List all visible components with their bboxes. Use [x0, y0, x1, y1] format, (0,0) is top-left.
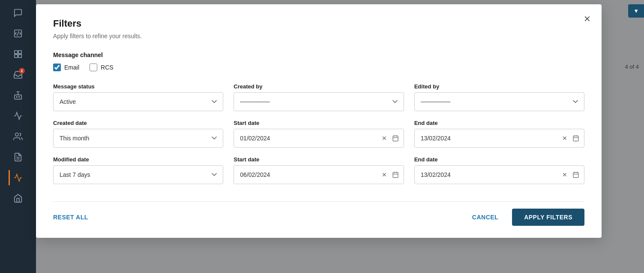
modified-start-date-icons: ✕ [381, 170, 400, 179]
message-status-select[interactable]: Active Inactive Draft Archived [53, 92, 223, 111]
sidebar: 2 [0, 0, 36, 273]
created-end-date-group: End date 13/02/2024 ✕ [414, 120, 584, 148]
created-start-date-input[interactable]: 01/02/2024 [234, 129, 404, 148]
code-icon[interactable] [9, 24, 27, 43]
dropdown-button[interactable]: ▼ [628, 4, 644, 18]
svg-rect-2 [18, 51, 21, 54]
modified-end-date-calendar[interactable] [572, 170, 580, 179]
message-status-label: Message status [53, 83, 223, 90]
edited-by-label: Edited by [414, 83, 584, 90]
list-icon[interactable] [9, 148, 27, 167]
footer-right: CANCEL APPLY FILTERS [464, 209, 584, 226]
modified-end-date-group: End date 13/02/2024 ✕ [414, 156, 584, 184]
email-checkbox[interactable] [53, 64, 61, 71]
svg-rect-23 [573, 173, 578, 178]
message-status-group: Message status Active Inactive Draft Arc… [53, 83, 223, 111]
bot-icon[interactable] [9, 86, 27, 105]
rcs-checkbox[interactable] [90, 64, 97, 71]
cancel-button[interactable]: CANCEL [464, 209, 507, 225]
modified-start-date-label: Start date [234, 156, 404, 163]
svg-rect-15 [573, 136, 578, 141]
modal-footer: RESET ALL CANCEL APPLY FILTERS [53, 201, 584, 226]
created-end-date-calendar[interactable] [572, 134, 580, 143]
created-date-group: Created date This month Last 7 days Last… [53, 120, 223, 148]
apply-filters-button[interactable]: APPLY FILTERS [512, 209, 584, 226]
modified-end-date-wrap: 13/02/2024 ✕ [414, 165, 584, 184]
modified-start-date-wrap: 06/02/2024 ✕ [234, 165, 404, 184]
rcs-label[interactable]: RCS [101, 64, 114, 71]
svg-rect-11 [393, 136, 398, 141]
modified-start-date-calendar[interactable] [391, 170, 400, 179]
created-start-date-label: Start date [234, 120, 404, 126]
created-end-date-wrap: 13/02/2024 ✕ [414, 129, 584, 148]
analytics-icon[interactable] [9, 106, 27, 125]
created-date-label: Created date [53, 120, 223, 126]
message-channel-row: Email RCS [53, 64, 584, 71]
inbox-icon[interactable]: 2 [9, 65, 27, 84]
chat-icon[interactable] [9, 3, 27, 22]
svg-point-6 [16, 97, 17, 97]
svg-rect-19 [393, 173, 398, 178]
edited-by-select[interactable]: ─────── [414, 92, 584, 111]
created-start-date-clear[interactable]: ✕ [381, 134, 388, 143]
created-end-date-clear[interactable]: ✕ [561, 134, 568, 143]
created-start-date-group: Start date 01/02/2024 ✕ [234, 120, 404, 148]
modified-end-date-icons: ✕ [561, 170, 580, 179]
created-start-date-wrap: 01/02/2024 ✕ [234, 129, 404, 148]
modified-date-label: Modified date [53, 156, 223, 163]
svg-point-7 [19, 97, 20, 97]
modified-date-select[interactable]: This month Last 7 days Last 30 days Cust… [53, 165, 223, 184]
modified-start-date-input[interactable]: 06/02/2024 [234, 165, 404, 184]
created-start-date-icons: ✕ [381, 134, 400, 143]
created-end-date-label: End date [414, 120, 584, 126]
filter-grid: Message status Active Inactive Draft Arc… [53, 83, 584, 184]
home-icon[interactable] [9, 189, 27, 208]
modal-overlay: ✕ Filters Apply filters to refine your r… [36, 0, 644, 273]
created-start-date-calendar[interactable] [391, 134, 400, 143]
main-area: ▼ 4 of 4 ✕ Filters Apply filters to refi… [36, 0, 644, 273]
svg-rect-5 [15, 95, 22, 99]
modified-end-date-clear[interactable]: ✕ [561, 170, 568, 179]
modified-end-date-label: End date [414, 156, 584, 163]
modified-end-date-input[interactable]: 13/02/2024 [414, 165, 584, 184]
created-end-date-icons: ✕ [561, 134, 580, 143]
reset-all-button[interactable]: RESET ALL [53, 214, 88, 221]
created-by-label: Created by [234, 83, 404, 90]
email-checkbox-item[interactable]: Email [53, 64, 79, 71]
inbox-badge: 2 [19, 68, 25, 74]
modal-subtitle: Apply filters to refine your results. [53, 33, 584, 39]
users-icon[interactable] [9, 127, 27, 146]
svg-rect-4 [18, 55, 21, 58]
svg-point-8 [15, 133, 18, 136]
created-end-date-input[interactable]: 13/02/2024 [414, 129, 584, 148]
modified-start-date-clear[interactable]: ✕ [381, 170, 388, 179]
edited-by-group: Edited by ─────── [414, 83, 584, 111]
filters-modal: ✕ Filters Apply filters to refine your r… [36, 4, 602, 238]
modified-date-group: Modified date This month Last 7 days Las… [53, 156, 223, 184]
modified-start-date-group: Start date 06/02/2024 ✕ [234, 156, 404, 184]
reports-icon[interactable] [9, 168, 27, 187]
created-by-select[interactable]: ─────── [234, 92, 404, 111]
modal-title: Filters [53, 18, 584, 29]
svg-rect-3 [15, 55, 18, 58]
dashboard-icon[interactable] [9, 45, 27, 64]
message-channel-label: Message channel [53, 52, 584, 58]
close-button[interactable]: ✕ [581, 13, 593, 25]
created-date-select[interactable]: This month Last 7 days Last 30 days Cust… [53, 129, 223, 148]
email-label[interactable]: Email [64, 64, 79, 71]
created-by-group: Created by ─────── [234, 83, 404, 111]
svg-rect-1 [15, 51, 18, 54]
rcs-checkbox-item[interactable]: RCS [90, 64, 114, 71]
